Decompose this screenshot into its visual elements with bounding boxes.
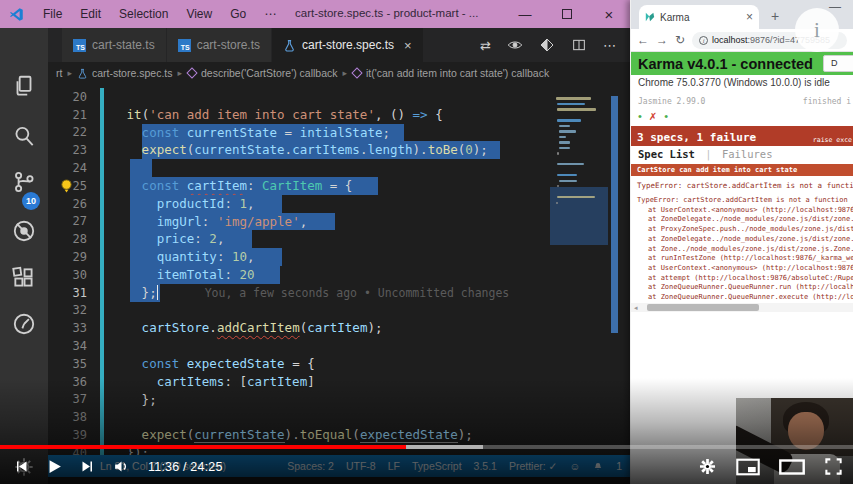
code-token: : <box>194 231 209 246</box>
search-icon[interactable] <box>11 123 37 149</box>
code-line-content[interactable]: price: 2, <box>112 230 631 248</box>
back-icon[interactable]: ← <box>637 33 649 47</box>
theater-mode-icon[interactable] <box>779 459 805 475</box>
code-line-content[interactable]: const cartItem: CartItem = { <box>112 177 631 195</box>
breadcrumb-item[interactable]: describe('CartStore') callback <box>201 67 337 79</box>
git-gutter-modified <box>100 159 104 177</box>
git-gutter-modified <box>100 248 104 266</box>
code-line-content[interactable] <box>112 337 631 355</box>
menu-selection[interactable]: Selection <box>110 7 177 21</box>
code-line-content[interactable]: const currentState = intialState; <box>112 124 631 142</box>
tab-cart-store.ts[interactable]: TScart-store.ts <box>167 28 272 62</box>
code-line-content[interactable]: productId: 1, <box>112 195 631 213</box>
test-explorer-icon[interactable] <box>11 311 37 337</box>
forward-icon[interactable]: → <box>656 33 668 47</box>
code-token: quantity <box>157 249 217 264</box>
play-button[interactable] <box>46 458 63 475</box>
minimap-line <box>559 136 567 138</box>
karma-favicon <box>645 12 655 22</box>
tab-close-icon[interactable]: × <box>746 10 753 24</box>
next-button[interactable] <box>80 459 95 474</box>
minimap[interactable] <box>554 92 604 207</box>
gitlens-diamond-icon[interactable] <box>539 37 555 53</box>
code-token: { <box>428 107 443 122</box>
scrollbar-thumb[interactable] <box>647 304 759 311</box>
code-token: itemTotal <box>157 267 225 282</box>
lightbulb-icon[interactable] <box>60 179 73 193</box>
tab-label: cart-store.spec.ts <box>302 38 394 52</box>
open-preview-eye-icon[interactable] <box>507 37 523 53</box>
code-line-content[interactable]: cartItems: [cartItem] <box>112 373 631 391</box>
code-line-content[interactable]: expect(currentState).toEqual(expectedSta… <box>112 426 631 444</box>
code-token: , () <box>375 107 413 122</box>
tab-close-icon[interactable]: × <box>404 38 412 53</box>
horizontal-scrollbar[interactable]: ◂ <box>631 303 853 312</box>
site-info-icon[interactable]: i <box>699 36 708 45</box>
spec-list-link[interactable]: Spec List <box>638 148 695 160</box>
source-control-icon[interactable] <box>11 169 37 195</box>
menu-file[interactable]: File <box>34 7 71 21</box>
code-token: ] <box>307 374 315 389</box>
code-token <box>112 107 127 122</box>
code-line-content[interactable]: };You, a few seconds ago • Uncommitted c… <box>112 284 631 302</box>
git-gutter-modified <box>100 355 104 373</box>
minimize-button[interactable]: — <box>516 7 534 22</box>
spec-pass-dot[interactable]: • <box>664 110 668 122</box>
code-line-content[interactable]: quantity: 10, <box>112 248 631 266</box>
spec-pass-dot[interactable]: • <box>638 110 642 122</box>
code-line-content[interactable] <box>112 302 631 320</box>
spec-fail-cross[interactable]: ✗ <box>649 111 657 122</box>
code-editor[interactable]: 2021 it('can add item into cart state', … <box>48 84 630 455</box>
menu-view[interactable]: View <box>177 7 221 21</box>
code-line-content[interactable] <box>112 159 631 177</box>
scroll-left-arrow-icon[interactable]: ◂ <box>634 303 638 312</box>
code-line-content[interactable]: const expectedState = { <box>112 355 631 373</box>
failed-spec-banner[interactable]: CartStore can add item into cart state <box>631 164 853 176</box>
breadcrumb-item[interactable]: rt <box>56 67 62 79</box>
menu-edit[interactable]: Edit <box>71 7 110 21</box>
settings-gear-icon[interactable] <box>698 457 717 476</box>
code-line-35: 35 const expectedState = { <box>48 355 630 373</box>
previous-button[interactable] <box>14 459 29 474</box>
code-line-content[interactable]: imgUrl: 'img/apple', <box>112 213 631 231</box>
fullscreen-icon[interactable] <box>824 457 843 476</box>
code-token: cartItems <box>292 142 360 157</box>
code-line-content[interactable]: }; <box>112 391 631 409</box>
compare-changes-icon[interactable]: ⇄ <box>480 38 491 53</box>
debug-icon[interactable] <box>11 218 37 244</box>
new-tab-button[interactable]: + <box>771 8 779 24</box>
code-line-content[interactable]: cartStore.addCartItem(cartItem); <box>112 319 631 337</box>
code-line-content[interactable]: expect(currentState.cartItems.length).to… <box>112 141 631 159</box>
minimap-line <box>559 147 570 149</box>
split-editor-icon[interactable] <box>571 37 587 53</box>
menu-[interactable]: ⋯ <box>255 7 285 21</box>
code-line-content[interactable]: it('can add item into cart state', () =>… <box>112 106 631 124</box>
code-token: : [ <box>224 374 247 389</box>
debug-button[interactable]: D <box>823 55 853 72</box>
code-line-content[interactable] <box>112 88 631 106</box>
failures-link[interactable]: Failures <box>722 148 773 160</box>
code-line-content[interactable] <box>112 408 631 426</box>
vscode-logo-icon <box>9 7 24 22</box>
extensions-icon[interactable] <box>11 265 37 291</box>
menu-go[interactable]: Go <box>221 7 255 21</box>
raise-exceptions-link[interactable]: raise exce <box>813 136 852 144</box>
miniplayer-icon[interactable] <box>736 458 760 476</box>
close-button[interactable]: × <box>600 6 618 23</box>
tab-cart-state.ts[interactable]: TScart-state.ts <box>62 28 167 62</box>
explorer-icon[interactable] <box>11 73 37 99</box>
minimap-line <box>557 103 585 105</box>
tab-cart-store.spec.ts[interactable]: cart-store.spec.ts× <box>272 28 424 62</box>
breadcrumb-item[interactable]: it('can add item into cart state') callb… <box>366 67 549 79</box>
info-icon[interactable]: i <box>795 8 839 52</box>
browser-tab-karma[interactable]: Karma × <box>639 5 759 29</box>
code-line-content[interactable]: itemTotal: 20 <box>112 266 631 284</box>
volume-icon[interactable] <box>112 458 131 475</box>
maximize-button[interactable] <box>558 7 576 22</box>
git-gutter-modified <box>100 266 104 284</box>
breadcrumb-item[interactable]: cart-store.spec.ts <box>92 67 173 79</box>
reload-icon[interactable]: ↻ <box>675 33 685 47</box>
minimap-line <box>557 163 584 165</box>
more-actions-icon[interactable]: ⋯ <box>603 38 616 53</box>
overview-ruler[interactable] <box>611 96 618 333</box>
